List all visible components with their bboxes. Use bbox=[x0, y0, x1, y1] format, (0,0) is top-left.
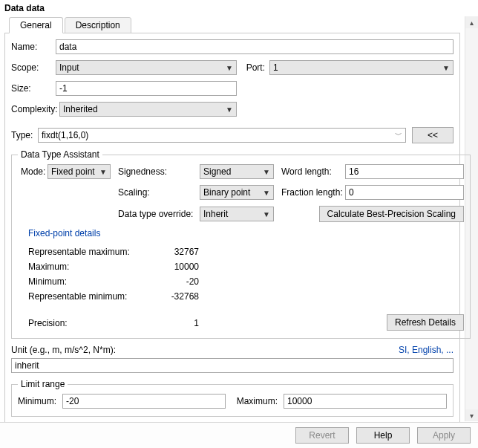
refresh-details-button[interactable]: Refresh Details bbox=[387, 314, 464, 331]
calculate-best-precision-button[interactable]: Calculate Best-Precision Scaling bbox=[319, 206, 464, 222]
signedness-value: Signed bbox=[203, 166, 231, 177]
rep-min-label: Representable minimum: bbox=[28, 289, 162, 304]
signedness-select[interactable]: Signed ▼ bbox=[200, 164, 274, 179]
scope-label: Scope: bbox=[11, 62, 56, 73]
mode-value: Fixed point bbox=[51, 166, 95, 177]
window-title: Data data bbox=[0, 0, 478, 18]
dta-legend: Data Type Assistant bbox=[18, 149, 102, 160]
rep-min-value: -32768 bbox=[162, 289, 199, 304]
complexity-value: Inherited bbox=[63, 104, 98, 114]
scope-select[interactable]: Input ▼ bbox=[56, 60, 237, 75]
dt-override-label: Data type override: bbox=[118, 209, 200, 219]
dt-override-select[interactable]: Inherit ▼ bbox=[200, 207, 274, 221]
name-input[interactable] bbox=[56, 39, 454, 54]
fraction-length-label: Fraction length: bbox=[281, 187, 345, 198]
tab-bar: General Description bbox=[4, 16, 460, 33]
chevron-down-icon: ▼ bbox=[226, 105, 233, 114]
type-label: Type: bbox=[11, 130, 38, 140]
general-panel: Name: Scope: Input ▼ Port: 1 ▼ Size: bbox=[4, 33, 460, 423]
port-value: 1 bbox=[273, 62, 278, 73]
type-select[interactable]: fixdt(1,16,0) ﹀ bbox=[38, 128, 406, 143]
fraction-length-input[interactable] bbox=[345, 185, 464, 200]
scaling-select[interactable]: Binary point ▼ bbox=[200, 185, 274, 200]
limit-max-label: Maximum: bbox=[226, 396, 284, 406]
scope-value: Input bbox=[59, 62, 79, 73]
complexity-label: Complexity: bbox=[11, 104, 59, 114]
scroll-up-icon[interactable]: ▴ bbox=[465, 16, 478, 28]
dt-override-value: Inherit bbox=[203, 209, 228, 219]
chevron-down-icon: ▼ bbox=[442, 64, 450, 72]
unit-label: Unit (e.g., m, m/s^2, N*m): bbox=[11, 345, 116, 355]
revert-button[interactable]: Revert bbox=[295, 427, 349, 444]
min-value: -20 bbox=[162, 274, 199, 289]
limit-min-input[interactable] bbox=[62, 394, 226, 409]
mode-label: Mode: bbox=[21, 166, 48, 177]
word-length-input[interactable] bbox=[345, 164, 464, 179]
complexity-select[interactable]: Inherited ▼ bbox=[59, 102, 237, 117]
tab-general[interactable]: General bbox=[9, 17, 63, 33]
help-button[interactable]: Help bbox=[356, 427, 410, 444]
type-value: fixdt(1,16,0) bbox=[42, 130, 88, 140]
name-label: Name: bbox=[11, 42, 56, 52]
scaling-value: Binary point bbox=[203, 187, 250, 198]
chevron-down-icon: ﹀ bbox=[395, 130, 402, 140]
max-value: 10000 bbox=[162, 259, 199, 274]
collapse-dta-button[interactable]: << bbox=[412, 127, 454, 143]
fixed-point-details-table: Representable maximum:32767 Maximum:1000… bbox=[28, 244, 464, 304]
port-select[interactable]: 1 ▼ bbox=[269, 60, 454, 75]
min-label: Minimum: bbox=[28, 274, 162, 289]
unit-input[interactable] bbox=[11, 358, 454, 373]
size-input[interactable] bbox=[56, 81, 237, 96]
precision-label: Precision: bbox=[28, 316, 162, 331]
word-length-label: Word length: bbox=[281, 166, 345, 177]
fixed-point-details-link[interactable]: Fixed-point details bbox=[28, 228, 464, 238]
chevron-down-icon: ▼ bbox=[226, 64, 233, 72]
rep-max-value: 32767 bbox=[162, 244, 199, 259]
signedness-label: Signedness: bbox=[118, 166, 200, 177]
chevron-down-icon: ▼ bbox=[263, 189, 270, 197]
apply-button[interactable]: Apply bbox=[417, 427, 471, 444]
scroll-down-icon[interactable]: ▾ bbox=[465, 409, 478, 421]
rep-max-label: Representable maximum: bbox=[28, 244, 162, 259]
tab-description[interactable]: Description bbox=[65, 17, 131, 33]
precision-value: 1 bbox=[162, 316, 199, 331]
limit-max-input[interactable] bbox=[284, 394, 447, 409]
limit-range-legend: Limit range bbox=[18, 379, 68, 389]
unit-systems-link[interactable]: SI, English, ... bbox=[116, 345, 454, 355]
scaling-label: Scaling: bbox=[118, 187, 200, 198]
port-label: Port: bbox=[237, 62, 269, 73]
chevron-down-icon: ▼ bbox=[99, 168, 107, 176]
limit-min-label: Minimum: bbox=[18, 396, 62, 406]
max-label: Maximum: bbox=[28, 259, 162, 274]
size-label: Size: bbox=[11, 83, 56, 94]
limit-range-group: Limit range Minimum: Maximum: bbox=[11, 379, 454, 417]
dialog-button-bar: Revert Help Apply bbox=[0, 422, 478, 448]
chevron-down-icon: ▼ bbox=[263, 168, 270, 176]
mode-select[interactable]: Fixed point ▼ bbox=[48, 164, 111, 179]
chevron-down-icon: ▼ bbox=[263, 210, 270, 218]
data-type-assistant-group: Data Type Assistant Mode: Fixed point ▼ … bbox=[11, 149, 471, 339]
